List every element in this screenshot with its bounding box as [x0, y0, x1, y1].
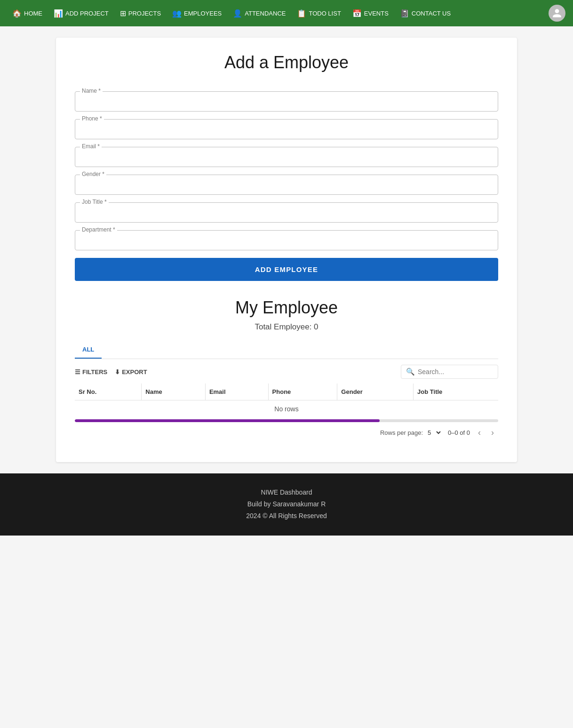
no-rows-cell: No rows — [75, 400, 498, 418]
nav-item-employees[interactable]: 👥 EMPLOYEES — [167, 5, 226, 22]
projects-icon: ⊞ — [120, 9, 126, 18]
col-name: Name — [142, 384, 206, 400]
employee-table: Sr No. Name Email Phone Gender Job Title… — [75, 384, 498, 417]
col-job-title: Job Title — [414, 384, 498, 400]
nav-label-employees: EMPLOYEES — [184, 10, 222, 17]
name-input[interactable] — [81, 96, 492, 106]
footer: NIWE Dashboard Build by Saravanakumar R … — [0, 473, 573, 536]
contact-icon: 📓 — [400, 9, 409, 18]
tabs-bar: ALL — [75, 341, 498, 359]
filters-button[interactable]: ☰ FILTERS — [75, 368, 107, 376]
add-employee-form: Name * Phone * Email * Gender * Job Titl… — [75, 91, 498, 298]
total-employee-label: Total Employee: 0 — [75, 322, 498, 332]
search-box: 🔍 — [401, 365, 498, 379]
department-label: Department * — [80, 226, 117, 233]
nav-label-add-project: ADD PROJECT — [65, 10, 109, 17]
add-employee-button[interactable]: ADD EMPLOYEE — [75, 258, 498, 281]
rows-per-page-select[interactable]: 5 10 25 — [426, 429, 442, 437]
nav-label-projects: PROJECTS — [128, 10, 161, 17]
filters-label: FILTERS — [82, 368, 107, 376]
footer-line2: Build by Saravanakumar R — [8, 498, 565, 510]
email-input[interactable] — [81, 151, 492, 162]
job-title-input[interactable] — [81, 207, 492, 217]
job-title-field-container: Job Title * — [75, 202, 498, 223]
nav-item-add-project[interactable]: 📊 ADD PROJECT — [49, 5, 113, 22]
email-label: Email * — [80, 143, 102, 150]
nav-label-attendance: ATTENDANCE — [245, 10, 286, 17]
main-content: Add a Employee Name * Phone * Email * Ge… — [56, 38, 517, 462]
prev-page-button[interactable]: ‹ — [476, 427, 483, 439]
scroll-bar-thumb — [75, 419, 380, 422]
job-title-label: Job Title * — [80, 199, 109, 205]
department-field-container: Department * — [75, 230, 498, 250]
table-header-row: Sr No. Name Email Phone Gender Job Title — [75, 384, 498, 400]
footer-line1: NIWE Dashboard — [8, 487, 565, 498]
name-field-container: Name * — [75, 91, 498, 112]
gender-input[interactable] — [81, 179, 492, 190]
nav-label-todo: TODO LIST — [309, 10, 341, 17]
gender-field-container: Gender * — [75, 175, 498, 195]
nav-item-events[interactable]: 📅 EVENTS — [348, 5, 393, 22]
nav-item-todo[interactable]: 📋 TODO LIST — [292, 5, 345, 22]
email-field-container: Email * — [75, 147, 498, 167]
phone-input[interactable] — [81, 123, 492, 134]
nav-label-home: HOME — [24, 10, 42, 17]
phone-label: Phone * — [80, 115, 104, 122]
footer-line3: 2024 © All Rights Reserved — [8, 510, 565, 522]
department-input[interactable] — [81, 234, 492, 245]
table-toolbar: ☰ FILTERS ⬇ EXPORT 🔍 — [75, 365, 498, 379]
home-icon: 🏠 — [12, 9, 22, 18]
col-phone: Phone — [268, 384, 337, 400]
search-input[interactable] — [418, 368, 493, 376]
table-header: Sr No. Name Email Phone Gender Job Title — [75, 384, 498, 400]
toolbar-left: ☰ FILTERS ⬇ EXPORT — [75, 368, 147, 376]
next-page-button[interactable]: › — [489, 427, 496, 439]
phone-field-container: Phone * — [75, 119, 498, 139]
col-gender: Gender — [337, 384, 414, 400]
table-body: No rows — [75, 400, 498, 418]
rows-per-page-label: Rows per page: — [380, 429, 423, 436]
todo-icon: 📋 — [297, 9, 306, 18]
add-project-icon: 📊 — [54, 9, 63, 18]
nav-item-contact[interactable]: 📓 CONTACT US — [395, 5, 455, 22]
tab-all[interactable]: ALL — [75, 341, 102, 359]
filter-icon: ☰ — [75, 368, 80, 376]
rows-per-page: Rows per page: 5 10 25 — [380, 429, 442, 437]
page-range: 0–0 of 0 — [448, 429, 470, 436]
navbar: 🏠 HOME 📊 ADD PROJECT ⊞ PROJECTS 👥 EMPLOY… — [0, 0, 573, 26]
nav-label-events: EVENTS — [364, 10, 389, 17]
nav-item-projects[interactable]: ⊞ PROJECTS — [115, 5, 166, 22]
scroll-bar[interactable] — [75, 419, 498, 422]
employee-section-title: My Employee — [75, 298, 498, 318]
attendance-icon: 👤 — [233, 9, 242, 18]
col-email: Email — [205, 384, 268, 400]
page-title: Add a Employee — [75, 53, 498, 72]
col-sr-no: Sr No. — [75, 384, 142, 400]
export-icon: ⬇ — [115, 368, 120, 376]
pagination-bar: Rows per page: 5 10 25 0–0 of 0 ‹ › — [75, 422, 498, 443]
export-label: EXPORT — [122, 368, 147, 376]
nav-item-attendance[interactable]: 👤 ATTENDANCE — [228, 5, 290, 22]
events-icon: 📅 — [352, 9, 362, 18]
no-rows-row: No rows — [75, 400, 498, 418]
employees-icon: 👥 — [172, 9, 182, 18]
name-label: Name * — [80, 88, 103, 94]
nav-item-home[interactable]: 🏠 HOME — [8, 5, 47, 22]
search-icon: 🔍 — [406, 368, 415, 376]
user-avatar[interactable] — [549, 5, 565, 22]
gender-label: Gender * — [80, 171, 106, 177]
export-button[interactable]: ⬇ EXPORT — [115, 368, 147, 376]
nav-label-contact: CONTACT US — [412, 10, 451, 17]
